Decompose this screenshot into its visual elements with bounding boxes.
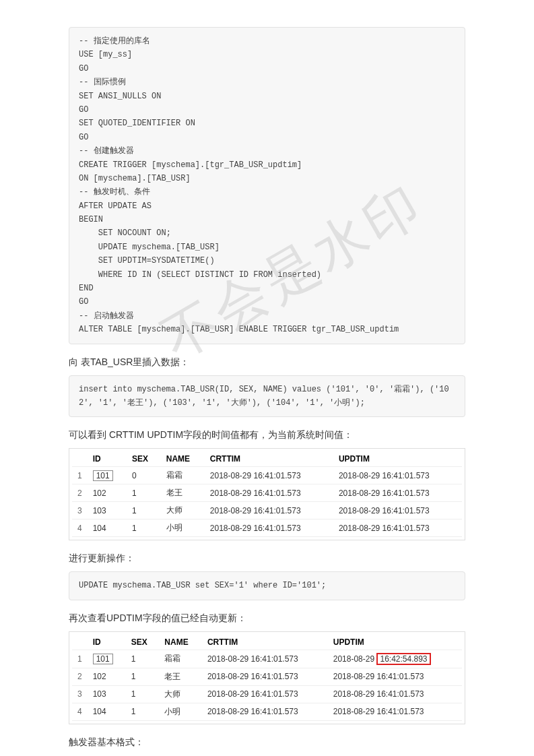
table-cell: 2018-08-29 16:41:01.573 — [328, 703, 462, 720]
table-row: 31031大师2018-08-29 16:41:01.5732018-08-29… — [72, 685, 462, 703]
table-cell: 4 — [72, 519, 88, 537]
table-cell: 4 — [72, 703, 88, 720]
table-row: 21021老王2018-08-29 16:41:01.5732018-08-29… — [72, 668, 462, 685]
table-row: 31031大师2018-08-29 16:41:01.5732018-08-29… — [72, 502, 462, 519]
table-row: 11011霜霜2018-08-29 16:41:01.5732018-08-29… — [72, 650, 462, 668]
sql-code-insert: insert into myschema.TAB_USR(ID, SEX, NA… — [69, 375, 465, 418]
table-cell: 104 — [88, 519, 127, 537]
table-cell: 2018-08-29 16:42:54.893 — [328, 650, 462, 668]
table-header — [72, 635, 88, 650]
table-cell: 1 — [126, 668, 160, 685]
table-header: UPDTIM — [333, 451, 462, 467]
table-header: NAME — [159, 635, 202, 650]
table-cell: 2018-08-29 16:41:01.573 — [202, 685, 328, 703]
table-header: SEX — [127, 451, 161, 467]
table-cell: 2018-08-29 16:41:01.573 — [333, 519, 462, 537]
desc-table2: 再次查看UPDTIM字段的值已经自动更新： — [69, 612, 465, 625]
table-row: 41041小明2018-08-29 16:41:01.5732018-08-29… — [72, 519, 462, 537]
table-cell: 1 — [72, 650, 88, 668]
table-cell: 102 — [88, 668, 126, 685]
table-header — [72, 451, 88, 467]
table-cell: 2 — [72, 484, 88, 502]
table-cell: 2018-08-29 16:41:01.573 — [328, 668, 462, 685]
table-header: NAME — [161, 451, 205, 467]
table-cell: 大师 — [161, 502, 205, 519]
table-cell: 2018-08-29 16:41:01.573 — [205, 519, 333, 537]
desc-trigger-format: 触发器基本格式： — [69, 736, 465, 749]
table-header: CRTTIM — [202, 635, 328, 650]
desc-update: 进行更新操作： — [69, 553, 465, 565]
table-cell: 1 — [127, 502, 161, 519]
table-cell: 1 — [72, 467, 88, 484]
table-cell: 101 — [88, 467, 127, 484]
table-cell: 2018-08-29 16:41:01.573 — [202, 668, 328, 685]
table-cell: 2018-08-29 16:41:01.573 — [333, 467, 462, 484]
table-cell: 2018-08-29 16:41:01.573 — [202, 650, 328, 668]
table-cell: 2 — [72, 668, 88, 685]
table-cell: 103 — [88, 685, 126, 703]
table-cell: 1 — [127, 484, 161, 502]
table-cell: 大师 — [159, 685, 202, 703]
sql-code-update: UPDATE myschema.TAB_USR set SEX='1' wher… — [69, 571, 465, 600]
table-cell: 2018-08-29 16:41:01.573 — [202, 703, 328, 720]
table-cell: 3 — [72, 502, 88, 519]
table-cell: 霜霜 — [161, 467, 205, 484]
desc-table1: 可以看到 CRTTIM UPDTIM字段的时间值都有，为当前系统时间值： — [69, 429, 465, 441]
table-cell: 1 — [126, 685, 160, 703]
table-cell: 2018-08-29 16:41:01.573 — [205, 502, 333, 519]
table-cell: 1 — [127, 519, 161, 537]
table-cell: 1 — [126, 703, 160, 720]
table-cell: 霜霜 — [159, 650, 202, 668]
table-cell: 2018-08-29 16:41:01.573 — [205, 484, 333, 502]
desc-insert: 向 表TAB_USR里插入数据： — [69, 356, 465, 369]
table-cell: 2018-08-29 16:41:01.573 — [205, 467, 333, 484]
table-row: 21021老王2018-08-29 16:41:01.5732018-08-29… — [72, 484, 462, 502]
table-header: ID — [88, 451, 127, 467]
table-cell: 小明 — [161, 519, 205, 537]
result-table-1: IDSEXNAMECRTTIMUPDTIM11010霜霜2018-08-29 1… — [69, 448, 465, 540]
table-cell: 老王 — [161, 484, 205, 502]
table-cell: 1 — [126, 650, 160, 668]
table-header: CRTTIM — [205, 451, 333, 467]
table-cell: 2018-08-29 16:41:01.573 — [333, 484, 462, 502]
table-cell: 3 — [72, 685, 88, 703]
table-cell: 103 — [88, 502, 127, 519]
sql-code-create-trigger: -- 指定使用的库名 USE [my_ss] GO -- 国际惯例 SET AN… — [69, 27, 465, 344]
table-header: UPDTIM — [328, 635, 462, 650]
table-cell: 2018-08-29 16:41:01.573 — [333, 502, 462, 519]
table-cell: 101 — [88, 650, 126, 668]
table-header: SEX — [126, 635, 160, 650]
table-cell: 104 — [88, 703, 126, 720]
table-cell: 0 — [127, 467, 161, 484]
table-cell: 102 — [88, 484, 127, 502]
table-cell: 2018-08-29 16:41:01.573 — [328, 685, 462, 703]
table-header: ID — [88, 635, 126, 650]
table-cell: 老王 — [159, 668, 202, 685]
result-table-2: IDSEXNAMECRTTIMUPDTIM11011霜霜2018-08-29 1… — [69, 631, 465, 724]
table-row: 11010霜霜2018-08-29 16:41:01.5732018-08-29… — [72, 467, 462, 484]
table-cell: 小明 — [159, 703, 202, 720]
table-row: 41041小明2018-08-29 16:41:01.5732018-08-29… — [72, 703, 462, 720]
